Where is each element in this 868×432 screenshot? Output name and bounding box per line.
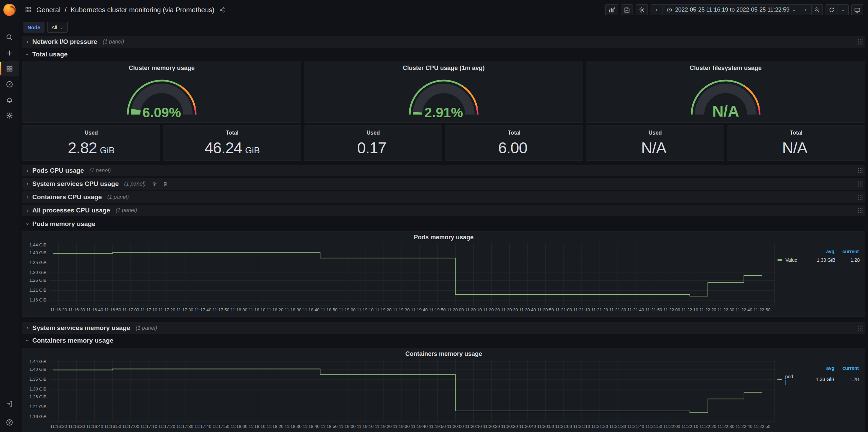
svg-text:11:19:10: 11:19:10 xyxy=(357,307,374,312)
svg-text:1.26 GiB: 1.26 GiB xyxy=(29,394,46,399)
zoom-out-button[interactable] xyxy=(811,4,823,15)
svg-text:11:21:50: 11:21:50 xyxy=(645,307,662,312)
panel-cluster-cpu-usage[interactable]: Cluster CPU usage (1m avg) 2.91% xyxy=(304,62,583,123)
search-icon[interactable] xyxy=(0,30,19,45)
chevron-down-icon: › xyxy=(24,52,31,57)
alerting-bell-icon[interactable] xyxy=(0,92,19,108)
legend-col-current[interactable]: current xyxy=(837,365,859,371)
row-drag-handle[interactable] xyxy=(858,39,863,45)
refresh-button[interactable] xyxy=(826,4,837,15)
share-icon[interactable] xyxy=(218,7,227,13)
chevron-right-icon: › xyxy=(25,207,30,214)
refresh-interval-dropdown[interactable]: ⌄ xyxy=(837,4,849,15)
svg-text:11:18:50: 11:18:50 xyxy=(321,307,338,312)
svg-text:11:17:30: 11:17:30 xyxy=(176,424,193,429)
panel-cluster-memory-usage[interactable]: Cluster memory usage 6.09% xyxy=(22,62,301,123)
time-range-back-button[interactable]: ‹ xyxy=(651,4,662,15)
row-all-processes-cpu-usage[interactable]: › All processes CPU usage (1 panel) xyxy=(22,205,865,216)
pods-memory-chart[interactable]: 11:16:2011:16:3011:16:4011:16:5011:17:00… xyxy=(25,241,777,315)
svg-text:11:17:40: 11:17:40 xyxy=(194,307,211,312)
panel-pods-memory-usage[interactable]: Pods memory usage 11:16:2011:16:3011:16:… xyxy=(22,231,865,317)
svg-text:11:20:50: 11:20:50 xyxy=(537,424,554,429)
series-name[interactable]: Value xyxy=(785,257,797,263)
panel-memory-used[interactable]: Used 2.82GiB xyxy=(22,125,160,161)
configuration-gear-icon[interactable] xyxy=(0,108,19,123)
chevron-down-icon: › xyxy=(24,338,31,343)
legend-col-avg[interactable]: avg xyxy=(799,365,834,371)
svg-text:1.40 GiB: 1.40 GiB xyxy=(29,250,46,255)
grafana-logo[interactable] xyxy=(3,4,16,16)
cycle-view-mode-button[interactable] xyxy=(851,4,863,15)
svg-text:11:19:20: 11:19:20 xyxy=(375,307,392,312)
panel-cpu-used[interactable]: Used 0.17 xyxy=(304,125,442,161)
series-name[interactable]: pod: | xyxy=(785,374,796,385)
svg-text:11:20:20: 11:20:20 xyxy=(483,307,500,312)
row-system-services-memory-usage[interactable]: › System services memory usage (1 panel) xyxy=(22,322,865,334)
row-pods-memory-usage[interactable]: › Pods memory usage xyxy=(22,219,865,229)
add-icon[interactable] xyxy=(0,45,19,61)
panel-memory-total[interactable]: Total 46.24GiB xyxy=(163,125,301,161)
time-range-forward-button[interactable]: › xyxy=(800,4,811,15)
svg-text:1.30 GiB: 1.30 GiB xyxy=(29,270,46,275)
svg-text:11:21:30: 11:21:30 xyxy=(609,307,626,312)
dashboard-settings-button[interactable] xyxy=(636,4,648,15)
series-current: 1.28 xyxy=(837,377,859,382)
svg-text:11:22:20: 11:22:20 xyxy=(699,424,716,429)
svg-text:11:18:20: 11:18:20 xyxy=(267,424,284,429)
legend-series-row[interactable]: pod: | 1.33 GiB 1.28 xyxy=(777,374,862,385)
row-drag-handle[interactable] xyxy=(858,168,863,173)
svg-text:1.44 GiB: 1.44 GiB xyxy=(29,359,46,364)
legend-col-current[interactable]: current xyxy=(837,249,859,254)
row-system-services-cpu-usage[interactable]: › System services CPU usage (1 panel) xyxy=(22,178,865,190)
time-range-picker[interactable]: 2022-05-25 11:16:19 to 2022-05-25 11:22:… xyxy=(662,4,800,15)
row-delete-trash-icon[interactable] xyxy=(163,181,168,187)
legend-col-avg[interactable]: avg xyxy=(799,249,834,254)
svg-text:11:18:20: 11:18:20 xyxy=(267,307,284,312)
panel-cpu-total[interactable]: Total 6.00 xyxy=(445,125,583,161)
dashboard-title[interactable]: Kubernetes cluster monitoring (via Prome… xyxy=(71,6,215,14)
save-dashboard-button[interactable] xyxy=(621,4,633,15)
variable-value-dropdown[interactable]: All ⌄ xyxy=(47,22,68,33)
chevron-right-icon: › xyxy=(25,194,30,201)
row-containers-cpu-usage[interactable]: › Containers CPU usage (1 panel) xyxy=(22,191,865,203)
dashboard-toolbar: ‹ 2022-05-25 11:16:19 to 2022-05-25 11:2… xyxy=(605,4,863,15)
row-containers-memory-usage[interactable]: › Containers memory usage xyxy=(22,335,865,346)
breadcrumb-folder[interactable]: General xyxy=(36,6,60,14)
panel-filesystem-used[interactable]: Used N/A xyxy=(586,125,724,161)
row-settings-gear-icon[interactable] xyxy=(152,181,157,187)
panel-cluster-filesystem-usage[interactable]: Cluster filesystem usage N/A xyxy=(586,62,865,123)
containers-memory-chart[interactable]: 11:16:2011:16:3011:16:4011:16:5011:17:00… xyxy=(25,357,777,431)
svg-text:11:22:10: 11:22:10 xyxy=(681,424,698,429)
row-drag-handle[interactable] xyxy=(858,326,863,331)
row-drag-handle[interactable] xyxy=(858,182,863,187)
svg-text:11:20:30: 11:20:30 xyxy=(501,424,518,429)
svg-text:11:21:10: 11:21:10 xyxy=(573,424,590,429)
row-drag-handle[interactable] xyxy=(858,208,863,213)
row-total-usage[interactable]: › Total usage xyxy=(22,49,865,59)
legend-series-row[interactable]: Value 1.33 GiB 1.28 xyxy=(777,257,862,263)
svg-text:11:19:40: 11:19:40 xyxy=(411,307,428,312)
svg-text:11:21:00: 11:21:00 xyxy=(555,307,572,312)
panel-containers-memory-usage[interactable]: Containers memory usage 11:16:2011:16:30… xyxy=(22,348,865,432)
explore-compass-icon[interactable] xyxy=(0,76,19,92)
svg-text:11:18:10: 11:18:10 xyxy=(249,424,266,429)
panel-filesystem-total[interactable]: Total N/A xyxy=(727,125,865,161)
cluster-memory-gauge: 6.09% xyxy=(118,72,205,119)
svg-text:1.16 GiB: 1.16 GiB xyxy=(29,297,46,303)
svg-text:11:17:10: 11:17:10 xyxy=(140,424,157,429)
chevron-right-icon: › xyxy=(25,167,30,174)
svg-text:11:17:30: 11:17:30 xyxy=(176,307,193,312)
help-icon[interactable] xyxy=(0,412,19,432)
chevron-right-icon: › xyxy=(25,325,30,331)
row-pods-cpu-usage[interactable]: › Pods CPU usage (1 panel) xyxy=(22,165,865,176)
variable-label-node[interactable]: Node xyxy=(23,22,45,33)
row-drag-handle[interactable] xyxy=(858,195,863,200)
svg-text:11:16:30: 11:16:30 xyxy=(68,307,85,312)
time-range-controls: ‹ 2022-05-25 11:16:19 to 2022-05-25 11:2… xyxy=(651,4,823,15)
add-panel-button[interactable] xyxy=(605,4,618,15)
dashboards-icon[interactable] xyxy=(0,61,19,76)
row-network-io-pressure[interactable]: › Network I/O pressure (1 panel) xyxy=(22,36,865,48)
stat-value: N/A xyxy=(782,139,807,157)
svg-text:11:20:50: 11:20:50 xyxy=(537,307,554,312)
sign-in-icon[interactable] xyxy=(0,396,19,412)
